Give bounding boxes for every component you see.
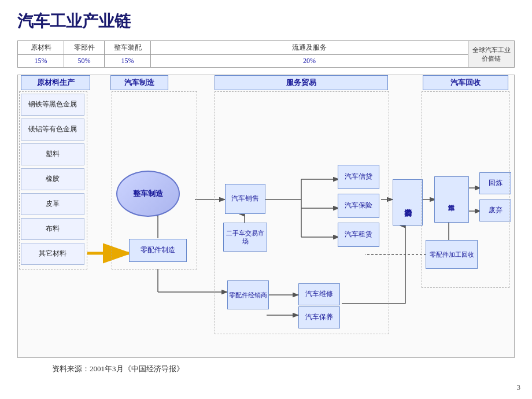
raw-region-border xyxy=(19,91,87,269)
main-diagram: 原材料生产 汽车制造 服务贸易 汽车回收 钢铁等黑色金属 镁铝等有色金属 塑料 … xyxy=(17,75,515,358)
service-region-border xyxy=(215,91,389,334)
mfg-region-border xyxy=(112,91,197,269)
vc-header-raw: 原材料 xyxy=(18,41,64,55)
section-manufacturing: 汽车制造 xyxy=(110,75,168,90)
vc-header-service: 流通及服务 xyxy=(151,41,468,55)
vc-pct-assembly: 15% xyxy=(105,55,151,68)
recycle-region-border xyxy=(422,91,509,288)
section-recycling: 汽车回收 xyxy=(423,75,508,90)
value-chain-table: 原材料 零部件 整车装配 流通及服务 全球汽车工业价值链 15% 50% 15%… xyxy=(17,40,515,68)
section-service-trade: 服务贸易 xyxy=(215,75,388,90)
page-number: 3 xyxy=(517,383,521,392)
vc-header-global: 全球汽车工业价值链 xyxy=(468,41,515,68)
section-raw-material: 原材料生产 xyxy=(21,75,90,90)
vc-header-parts: 零部件 xyxy=(64,41,105,55)
vc-pct-raw: 15% xyxy=(18,55,64,68)
source-text: 资料来源：2001年3月《中国经济导报》 xyxy=(52,364,515,374)
vc-header-assembly: 整车装配 xyxy=(105,41,151,55)
page-title: 汽车工业产业链 xyxy=(17,10,515,32)
consumer-box: 消费者 xyxy=(393,179,423,226)
vc-pct-service: 20% xyxy=(151,55,468,68)
vc-pct-parts: 50% xyxy=(64,55,105,68)
